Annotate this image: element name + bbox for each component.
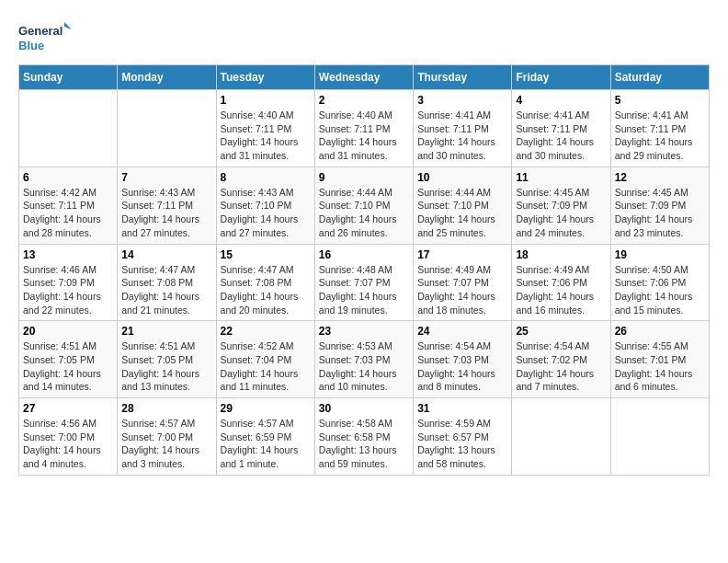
calendar-day-header: Saturday <box>610 65 709 90</box>
day-number: 26 <box>615 325 705 338</box>
calendar-day-cell: 11Sunrise: 4:45 AMSunset: 7:09 PMDayligh… <box>512 167 610 244</box>
day-detail: Sunrise: 4:47 AMSunset: 7:08 PMDaylight:… <box>121 263 211 317</box>
day-number: 10 <box>417 171 507 184</box>
calendar-day-cell: 7Sunrise: 4:43 AMSunset: 7:11 PMDaylight… <box>118 167 216 244</box>
calendar-header-row: SundayMondayTuesdayWednesdayThursdayFrid… <box>19 65 710 90</box>
calendar-day-cell <box>610 398 709 476</box>
day-number: 31 <box>417 402 507 415</box>
calendar-day-cell: 9Sunrise: 4:44 AMSunset: 7:10 PMDaylight… <box>314 167 413 244</box>
svg-text:General: General <box>18 24 63 38</box>
calendar-week-row: 20Sunrise: 4:51 AMSunset: 7:05 PMDayligh… <box>19 321 710 398</box>
day-detail: Sunrise: 4:43 AMSunset: 7:10 PMDaylight:… <box>221 186 311 240</box>
day-number: 29 <box>221 402 311 415</box>
calendar-day-header: Sunday <box>19 65 118 90</box>
day-detail: Sunrise: 4:40 AMSunset: 7:11 PMDaylight:… <box>221 109 311 163</box>
day-detail: Sunrise: 4:43 AMSunset: 7:11 PMDaylight:… <box>121 186 211 240</box>
calendar-day-cell: 5Sunrise: 4:41 AMSunset: 7:11 PMDaylight… <box>610 90 709 167</box>
calendar-day-cell: 24Sunrise: 4:54 AMSunset: 7:03 PMDayligh… <box>414 321 512 398</box>
calendar-day-cell: 15Sunrise: 4:47 AMSunset: 7:08 PMDayligh… <box>216 244 314 321</box>
day-number: 24 <box>417 325 507 338</box>
day-number: 30 <box>319 402 409 415</box>
calendar-day-cell: 12Sunrise: 4:45 AMSunset: 7:09 PMDayligh… <box>610 167 709 244</box>
day-detail: Sunrise: 4:53 AMSunset: 7:03 PMDaylight:… <box>319 339 409 394</box>
calendar-day-cell: 6Sunrise: 4:42 AMSunset: 7:11 PMDaylight… <box>19 167 118 244</box>
calendar-day-cell: 30Sunrise: 4:58 AMSunset: 6:58 PMDayligh… <box>314 398 413 476</box>
calendar-day-cell: 18Sunrise: 4:49 AMSunset: 7:06 PMDayligh… <box>512 244 610 321</box>
day-number: 17 <box>417 248 507 261</box>
calendar-day-cell: 19Sunrise: 4:50 AMSunset: 7:06 PMDayligh… <box>610 244 709 321</box>
calendar-day-cell: 25Sunrise: 4:54 AMSunset: 7:02 PMDayligh… <box>512 321 610 398</box>
day-detail: Sunrise: 4:51 AMSunset: 7:05 PMDaylight:… <box>121 339 211 394</box>
day-number: 20 <box>23 325 113 338</box>
calendar-day-cell: 22Sunrise: 4:52 AMSunset: 7:04 PMDayligh… <box>216 321 314 398</box>
calendar-day-header: Thursday <box>414 65 512 90</box>
day-detail: Sunrise: 4:54 AMSunset: 7:03 PMDaylight:… <box>417 339 507 394</box>
day-detail: Sunrise: 4:49 AMSunset: 7:06 PMDaylight:… <box>516 263 606 317</box>
calendar-day-cell: 28Sunrise: 4:57 AMSunset: 7:00 PMDayligh… <box>118 398 216 476</box>
day-detail: Sunrise: 4:57 AMSunset: 6:59 PMDaylight:… <box>221 417 311 471</box>
calendar-week-row: 13Sunrise: 4:46 AMSunset: 7:09 PMDayligh… <box>19 244 710 321</box>
calendar-day-cell: 21Sunrise: 4:51 AMSunset: 7:05 PMDayligh… <box>118 321 216 398</box>
day-number: 25 <box>516 325 606 338</box>
day-detail: Sunrise: 4:45 AMSunset: 7:09 PMDaylight:… <box>516 186 606 240</box>
day-detail: Sunrise: 4:44 AMSunset: 7:10 PMDaylight:… <box>319 186 409 240</box>
calendar-day-cell <box>512 398 610 476</box>
day-number: 4 <box>516 94 606 107</box>
calendar-week-row: 6Sunrise: 4:42 AMSunset: 7:11 PMDaylight… <box>19 167 710 244</box>
day-number: 12 <box>615 171 705 184</box>
day-number: 1 <box>221 94 311 107</box>
calendar-day-cell: 13Sunrise: 4:46 AMSunset: 7:09 PMDayligh… <box>19 244 118 321</box>
day-number: 21 <box>121 325 211 338</box>
day-number: 8 <box>221 171 311 184</box>
day-detail: Sunrise: 4:42 AMSunset: 7:11 PMDaylight:… <box>23 186 113 240</box>
day-number: 28 <box>121 402 211 415</box>
calendar-week-row: 27Sunrise: 4:56 AMSunset: 7:00 PMDayligh… <box>19 398 710 476</box>
svg-text:Blue: Blue <box>18 39 44 52</box>
calendar-day-cell: 27Sunrise: 4:56 AMSunset: 7:00 PMDayligh… <box>19 398 118 476</box>
calendar-day-cell: 10Sunrise: 4:44 AMSunset: 7:10 PMDayligh… <box>414 167 512 244</box>
day-number: 22 <box>221 325 311 338</box>
calendar-day-header: Tuesday <box>216 65 314 90</box>
calendar-day-cell: 26Sunrise: 4:55 AMSunset: 7:01 PMDayligh… <box>610 321 709 398</box>
day-detail: Sunrise: 4:56 AMSunset: 7:00 PMDaylight:… <box>23 417 113 471</box>
day-number: 13 <box>23 248 113 261</box>
day-number: 3 <box>417 94 507 107</box>
day-detail: Sunrise: 4:40 AMSunset: 7:11 PMDaylight:… <box>319 109 409 163</box>
day-detail: Sunrise: 4:52 AMSunset: 7:04 PMDaylight:… <box>221 339 311 394</box>
calendar-day-cell: 3Sunrise: 4:41 AMSunset: 7:11 PMDaylight… <box>414 90 512 167</box>
day-detail: Sunrise: 4:48 AMSunset: 7:07 PMDaylight:… <box>319 263 409 317</box>
day-number: 19 <box>615 248 705 261</box>
logo-svg: General Blue <box>18 18 74 55</box>
day-detail: Sunrise: 4:59 AMSunset: 6:57 PMDaylight:… <box>417 417 507 471</box>
day-number: 9 <box>319 171 409 184</box>
calendar-day-cell: 23Sunrise: 4:53 AMSunset: 7:03 PMDayligh… <box>314 321 413 398</box>
day-number: 27 <box>23 402 113 415</box>
calendar-table: SundayMondayTuesdayWednesdayThursdayFrid… <box>18 64 710 476</box>
calendar-day-header: Friday <box>512 65 610 90</box>
day-detail: Sunrise: 4:58 AMSunset: 6:58 PMDaylight:… <box>319 417 409 471</box>
day-number: 15 <box>221 248 311 261</box>
calendar-day-cell: 14Sunrise: 4:47 AMSunset: 7:08 PMDayligh… <box>118 244 216 321</box>
day-number: 18 <box>516 248 606 261</box>
svg-marker-1 <box>64 22 72 29</box>
day-number: 7 <box>121 171 211 184</box>
calendar-week-row: 1Sunrise: 4:40 AMSunset: 7:11 PMDaylight… <box>19 90 710 167</box>
day-number: 16 <box>319 248 409 261</box>
day-detail: Sunrise: 4:54 AMSunset: 7:02 PMDaylight:… <box>516 339 606 394</box>
calendar-day-cell <box>118 90 216 167</box>
calendar-day-cell: 31Sunrise: 4:59 AMSunset: 6:57 PMDayligh… <box>414 398 512 476</box>
day-detail: Sunrise: 4:51 AMSunset: 7:05 PMDaylight:… <box>23 339 113 394</box>
calendar-day-cell: 17Sunrise: 4:49 AMSunset: 7:07 PMDayligh… <box>414 244 512 321</box>
calendar-day-cell <box>19 90 118 167</box>
day-number: 5 <box>615 94 705 107</box>
calendar-day-cell: 29Sunrise: 4:57 AMSunset: 6:59 PMDayligh… <box>216 398 314 476</box>
calendar-day-cell: 16Sunrise: 4:48 AMSunset: 7:07 PMDayligh… <box>314 244 413 321</box>
calendar-day-header: Monday <box>118 65 216 90</box>
day-detail: Sunrise: 4:49 AMSunset: 7:07 PMDaylight:… <box>417 263 507 317</box>
day-number: 2 <box>319 94 409 107</box>
day-detail: Sunrise: 4:41 AMSunset: 7:11 PMDaylight:… <box>417 109 507 163</box>
day-detail: Sunrise: 4:57 AMSunset: 7:00 PMDaylight:… <box>121 417 211 471</box>
calendar-day-header: Wednesday <box>314 65 413 90</box>
logo: General Blue <box>18 18 74 55</box>
calendar-day-cell: 4Sunrise: 4:41 AMSunset: 7:11 PMDaylight… <box>512 90 610 167</box>
